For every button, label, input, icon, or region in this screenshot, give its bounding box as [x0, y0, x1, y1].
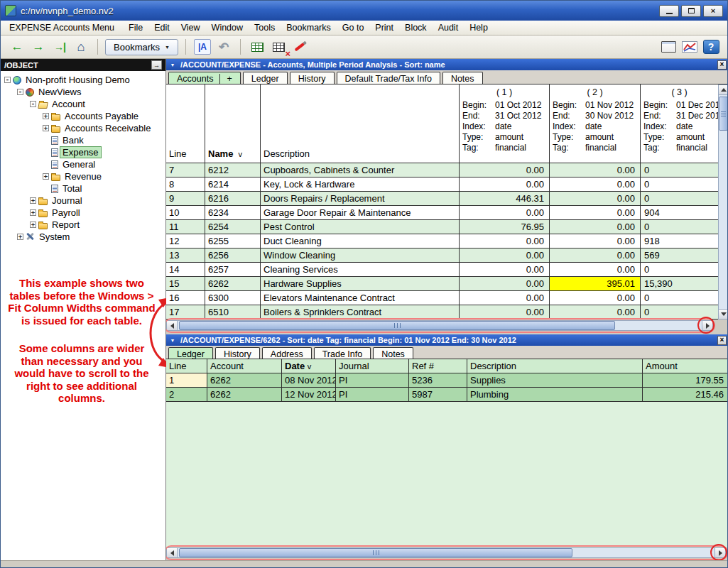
- delete-table-button[interactable]: ×: [269, 38, 288, 56]
- tree-item[interactable]: + Report: [1, 219, 165, 231]
- home-button[interactable]: ⌂: [72, 38, 90, 56]
- pane-menu-icon[interactable]: ▼: [168, 336, 177, 344]
- cell-line[interactable]: 11: [166, 220, 205, 234]
- cell-description[interactable]: Elevators Maintenance Contract: [261, 291, 460, 305]
- cell-account[interactable]: 6262: [207, 373, 282, 388]
- ledger-row[interactable]: 1 6262 08 Nov 2012 PI 5236 Supplies 179.…: [166, 373, 728, 388]
- cell-description[interactable]: Cupboards, Cabinets & Counter: [261, 163, 460, 178]
- scroll-track[interactable]: [719, 95, 728, 309]
- scroll-right-button[interactable]: [715, 548, 725, 557]
- cell-line[interactable]: 9: [166, 192, 205, 206]
- cell-period3[interactable]: 569: [641, 248, 718, 263]
- cell-line[interactable]: 13: [166, 248, 205, 263]
- menu-item[interactable]: Edit: [148, 21, 175, 34]
- tab[interactable]: Address: [262, 347, 312, 359]
- close-button[interactable]: ×: [703, 5, 723, 17]
- column-header-description[interactable]: Description: [261, 84, 460, 163]
- tree-item[interactable]: Total: [1, 182, 165, 195]
- cell-period2[interactable]: 0.00: [550, 291, 641, 305]
- go-to-end-button[interactable]: →|: [50, 38, 69, 56]
- column-header-amount[interactable]: Amount: [643, 359, 728, 373]
- tree-item[interactable]: + Journal: [1, 195, 165, 207]
- cell-description[interactable]: Plumbing: [467, 388, 643, 402]
- tab[interactable]: Ledger: [168, 347, 213, 359]
- chart-button[interactable]: [680, 38, 699, 56]
- scroll-thumb[interactable]: [179, 548, 572, 557]
- cell-ref[interactable]: 5987: [409, 388, 467, 402]
- table-row[interactable]: 8 6214 Key, Lock & Hardware 0.00 0.00 0: [166, 178, 718, 192]
- cell-period2[interactable]: 395.01: [550, 277, 641, 291]
- tree-expander[interactable]: +: [30, 222, 36, 228]
- cell-period2[interactable]: 0.00: [550, 192, 641, 206]
- help-button[interactable]: ?: [702, 38, 720, 56]
- cell-period1[interactable]: 0.00: [460, 206, 550, 220]
- cell-amount[interactable]: 179.55: [643, 373, 728, 388]
- tab[interactable]: Accounts +: [168, 72, 241, 84]
- tab[interactable]: History: [290, 72, 335, 84]
- cell-period1[interactable]: 76.95: [460, 220, 550, 234]
- cell-name[interactable]: 6216: [205, 192, 261, 206]
- table-row[interactable]: 11 6254 Pest Control 76.95 0.00 0: [166, 220, 718, 234]
- tree-expander[interactable]: +: [43, 113, 49, 119]
- period-column-header[interactable]: ( 2 ) Begin:01 Nov 2012End:30 Nov 2012In…: [550, 84, 641, 163]
- cell-line[interactable]: 2: [166, 388, 207, 402]
- cell-name[interactable]: 6256: [205, 248, 261, 263]
- cell-period1[interactable]: 0.00: [460, 178, 550, 192]
- cell-period3[interactable]: 0: [641, 220, 718, 234]
- scroll-left-button[interactable]: [167, 321, 178, 330]
- scroll-right-button[interactable]: [702, 321, 712, 330]
- cell-period3[interactable]: 0: [641, 178, 718, 192]
- cell-period2[interactable]: 0.00: [550, 234, 641, 248]
- cell-period2[interactable]: 0.00: [550, 263, 641, 277]
- tree-expander[interactable]: -: [4, 77, 11, 83]
- cell-period2[interactable]: 0.00: [550, 305, 641, 320]
- cell-period2[interactable]: 0.00: [550, 178, 641, 192]
- cell-line[interactable]: 7: [166, 163, 205, 178]
- scroll-thumb[interactable]: [179, 321, 615, 330]
- tree-item[interactable]: Expense: [1, 146, 165, 158]
- cell-period2[interactable]: 0.00: [550, 206, 641, 220]
- cell-date[interactable]: 08 Nov 2012: [282, 373, 336, 388]
- ledger-row[interactable]: 2 6262 12 Nov 2012 PI 5987 Plumbing 215.…: [166, 388, 728, 402]
- menu-item[interactable]: Print: [369, 21, 399, 34]
- cell-name[interactable]: 6300: [205, 291, 261, 305]
- period-column-header[interactable]: ( 3 ) Begin:01 Dec 2012End:31 Dec 2012In…: [641, 84, 718, 163]
- table-row[interactable]: 15 6262 Hardware Supplies 0.00 395.01 15…: [166, 277, 718, 291]
- cell-period1[interactable]: 0.00: [460, 163, 550, 178]
- cell-period1[interactable]: 0.00: [460, 277, 550, 291]
- tree-expander[interactable]: +: [43, 173, 49, 180]
- cell-description[interactable]: Cleaning Services: [261, 263, 460, 277]
- column-header-journal[interactable]: Journal: [336, 359, 409, 373]
- minimize-button[interactable]: [659, 5, 679, 17]
- column-header-line[interactable]: Line: [166, 359, 207, 373]
- cell-period3[interactable]: 0: [641, 291, 718, 305]
- cell-period1[interactable]: 0.00: [460, 305, 550, 320]
- column-header-name[interactable]: Namev: [205, 84, 261, 163]
- tree-item[interactable]: - NewViews: [1, 86, 165, 98]
- tab[interactable]: Notes: [373, 347, 413, 359]
- table1-close-button[interactable]: ×: [717, 60, 727, 70]
- column-header-date[interactable]: Date v: [282, 359, 336, 373]
- cell-period2[interactable]: 0.00: [550, 248, 641, 263]
- cell-name[interactable]: 6255: [205, 234, 261, 248]
- cell-period1[interactable]: 0.00: [460, 263, 550, 277]
- scroll-left-button[interactable]: [167, 548, 178, 557]
- table1-horizontal-scrollbar[interactable]: [166, 320, 713, 331]
- cell-name[interactable]: 6510: [205, 305, 261, 320]
- cell-description[interactable]: Key, Lock & Hardware: [261, 178, 460, 192]
- tab[interactable]: Trade Info: [314, 347, 371, 359]
- cell-account[interactable]: 6262: [207, 388, 282, 402]
- tree-item[interactable]: Bank: [1, 134, 165, 146]
- window-view-button[interactable]: [659, 38, 678, 56]
- tab[interactable]: Notes: [442, 72, 483, 84]
- table-row[interactable]: 14 6257 Cleaning Services 0.00 0.00 0: [166, 263, 718, 277]
- cell-name[interactable]: 6234: [205, 206, 261, 220]
- cell-period3[interactable]: 918: [641, 234, 718, 248]
- cell-description[interactable]: Window Cleaning: [261, 248, 460, 263]
- cell-journal[interactable]: PI: [336, 388, 409, 402]
- cell-line[interactable]: 17: [166, 305, 205, 320]
- cell-name[interactable]: 6254: [205, 220, 261, 234]
- cell-period3[interactable]: 0: [641, 305, 718, 320]
- cell-line[interactable]: 16: [166, 291, 205, 305]
- cell-line[interactable]: 8: [166, 178, 205, 192]
